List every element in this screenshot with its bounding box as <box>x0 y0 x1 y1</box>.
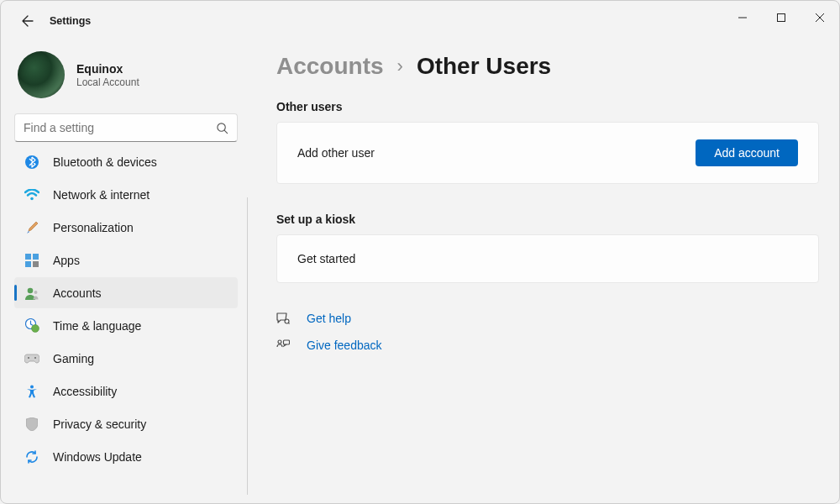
sidebar-item-personalization[interactable]: Personalization <box>14 212 238 243</box>
apps-icon <box>24 253 39 268</box>
help-icon <box>276 312 290 324</box>
breadcrumb-parent[interactable]: Accounts <box>276 53 384 80</box>
section-heading-other-users: Other users <box>276 100 819 113</box>
svg-point-14 <box>28 287 34 293</box>
sidebar: Equinox Local Account System Bluetooth &… <box>1 41 251 504</box>
svg-line-22 <box>288 323 289 323</box>
sidebar-item-bluetooth[interactable]: Bluetooth & devices <box>14 147 238 177</box>
bluetooth-icon <box>24 155 39 170</box>
sidebar-item-label: Gaming <box>53 352 94 365</box>
profile-subtitle: Local Account <box>76 76 139 88</box>
profile-name: Equinox <box>76 62 139 76</box>
search-box[interactable] <box>14 113 238 142</box>
close-button[interactable] <box>801 1 839 34</box>
sidebar-item-label: Apps <box>53 254 80 267</box>
feedback-link[interactable]: Give feedback <box>307 339 382 352</box>
svg-point-23 <box>278 340 281 344</box>
svg-point-15 <box>34 291 38 294</box>
sidebar-item-label: Accounts <box>53 286 102 300</box>
back-arrow-icon <box>21 14 34 28</box>
card-label: Add other user <box>297 146 375 160</box>
svg-rect-11 <box>33 254 39 260</box>
svg-point-9 <box>30 197 34 200</box>
profile-block[interactable]: Equinox Local Account <box>14 48 248 113</box>
app-title: Settings <box>50 15 91 27</box>
sidebar-item-windows-update[interactable]: Windows Update <box>14 441 238 472</box>
svg-rect-12 <box>25 261 31 267</box>
svg-rect-13 <box>33 261 39 267</box>
content-pane: Accounts › Other Users Other users Add o… <box>251 41 839 504</box>
svg-point-18 <box>28 357 29 359</box>
add-account-button[interactable]: Add account <box>696 139 798 166</box>
wifi-icon <box>24 187 39 202</box>
chevron-right-icon: › <box>397 55 403 77</box>
card-kiosk[interactable]: Get started <box>276 234 819 283</box>
sidebar-item-label: Network & internet <box>53 188 150 202</box>
window-controls <box>723 1 839 34</box>
help-link[interactable]: Get help <box>307 312 351 325</box>
search-input[interactable] <box>24 121 216 134</box>
sidebar-item-label: Time & language <box>53 319 141 333</box>
close-icon <box>816 13 824 22</box>
card-label: Get started <box>297 252 355 265</box>
card-add-other-user: Add other user Add account <box>276 122 819 184</box>
breadcrumb: Accounts › Other Users <box>276 53 819 80</box>
sidebar-item-accounts[interactable]: Accounts <box>14 277 238 308</box>
maximize-button[interactable] <box>762 1 801 34</box>
svg-line-5 <box>224 130 227 133</box>
clock-globe-icon <box>24 318 39 333</box>
feedback-icon <box>276 339 290 351</box>
footer-link-help[interactable]: Get help <box>276 305 819 332</box>
paintbrush-icon <box>24 220 39 235</box>
sidebar-item-label: Accessibility <box>53 385 117 398</box>
titlebar: Settings <box>1 1 839 41</box>
sidebar-item-network[interactable]: Network & internet <box>14 179 238 210</box>
svg-point-4 <box>218 123 225 130</box>
update-icon <box>24 449 39 465</box>
footer-links: Get help Give feedback <box>276 305 819 359</box>
avatar <box>18 51 65 98</box>
sidebar-item-time-language[interactable]: Time & language <box>14 310 238 341</box>
svg-point-19 <box>34 357 36 359</box>
person-icon <box>24 286 39 301</box>
sidebar-item-privacy[interactable]: Privacy & security <box>14 408 238 439</box>
sidebar-item-label: Windows Update <box>53 450 142 464</box>
accessibility-icon <box>24 384 39 399</box>
minimize-button[interactable] <box>723 1 762 34</box>
sidebar-item-label: Bluetooth & devices <box>53 155 157 169</box>
maximize-icon <box>777 13 785 22</box>
back-button[interactable] <box>13 6 43 36</box>
svg-rect-24 <box>284 340 290 344</box>
sidebar-item-accessibility[interactable]: Accessibility <box>14 375 238 407</box>
minimize-icon <box>738 13 747 22</box>
sidebar-item-label: Privacy & security <box>53 417 146 431</box>
svg-point-17 <box>31 325 39 333</box>
sidebar-item-label: Personalization <box>53 221 134 234</box>
sidebar-item-gaming[interactable]: Gaming <box>14 343 238 374</box>
nav: System Bluetooth & devices Network & int… <box>14 147 248 504</box>
svg-rect-10 <box>25 254 31 260</box>
section-heading-kiosk: Set up a kiosk <box>276 213 819 226</box>
search-icon <box>216 122 228 134</box>
svg-rect-1 <box>778 14 785 22</box>
svg-point-20 <box>30 385 34 388</box>
sidebar-item-apps[interactable]: Apps <box>14 244 238 276</box>
gamepad-icon <box>24 351 39 366</box>
page-title: Other Users <box>417 53 551 80</box>
shield-icon <box>24 417 39 432</box>
footer-link-feedback[interactable]: Give feedback <box>276 332 819 359</box>
